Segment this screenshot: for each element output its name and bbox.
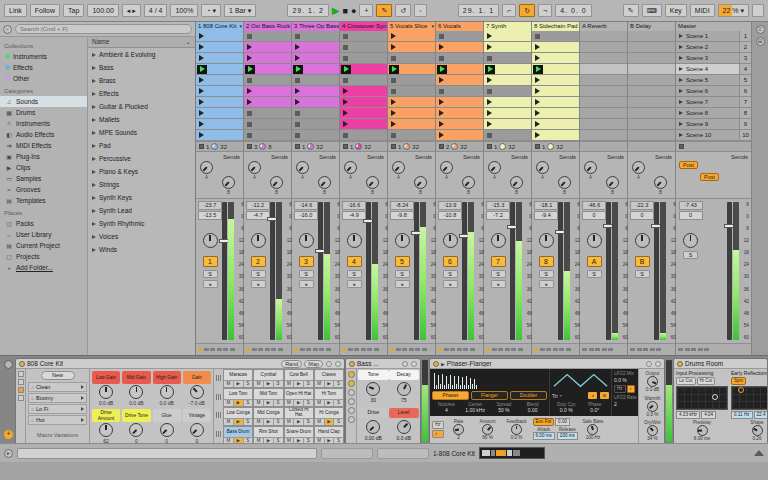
clip-slot[interactable] [628,86,675,97]
map-button[interactable]: Map [304,360,323,368]
status-button-1[interactable] [321,448,373,459]
scene-scene-2[interactable]: Scene 22 [676,42,751,53]
input-xy-pad[interactable] [676,386,728,410]
collection-other[interactable]: Other [0,73,87,84]
mode-doubler[interactable]: Doubler [510,391,547,400]
mode-flanger[interactable]: Flanger [471,391,508,400]
volume-value[interactable]: -9.8 [390,211,414,220]
folder-brass[interactable]: Brass [88,74,195,87]
volume-fader[interactable] [558,202,563,340]
loop-start-display[interactable]: 29. 1. 1 [458,4,499,17]
send-a-knob[interactable] [440,161,453,174]
param-value[interactable]: 0.0 % [552,407,581,413]
solo-button[interactable]: S [683,251,698,259]
device-on-icon[interactable] [677,361,683,367]
rate-sync-button[interactable]: ♪ [432,430,444,438]
pan-knob[interactable] [347,233,362,248]
send-b-knob[interactable] [222,176,235,189]
clip-slot[interactable] [436,97,483,108]
knob-value[interactable]: 0.26 [753,436,762,441]
send-a-knob[interactable] [488,161,501,174]
pad-solo-button[interactable]: S [274,419,283,425]
category-drums[interactable]: ▦Drums [0,107,87,118]
peak-level-value[interactable]: -11.2 [246,201,270,210]
track-activator[interactable]: 6 [443,256,458,267]
send-b-knob[interactable] [366,176,379,189]
scene-scene-7[interactable]: Scene 77 [676,97,751,108]
pad-mute-button[interactable]: M [315,381,325,387]
knob-warmth[interactable] [647,401,658,412]
punch-out-button[interactable]: ¬ [538,4,552,17]
clip-slot[interactable] [436,31,483,42]
category-instruments[interactable]: ⌗Instruments [0,118,87,129]
macro-knob[interactable] [99,385,113,399]
hotswap-icon[interactable] [646,361,652,367]
pad-maracas[interactable]: MaracasM▶S [223,369,253,388]
pan-knob[interactable] [635,233,650,248]
folder-pad[interactable]: Pad [88,139,195,152]
clip-slot[interactable] [244,42,291,53]
category-grooves[interactable]: ≈Grooves [0,184,87,195]
pan-knob[interactable] [299,233,314,248]
clip-slot[interactable] [580,108,627,119]
category-midi-effects[interactable]: ⇉MIDI Effects [0,140,87,151]
clip-slot[interactable] [292,130,339,141]
variation-clean[interactable]: ⌂Clean [28,382,87,392]
collection-effects[interactable]: Effects [0,62,87,73]
knob-amount[interactable] [482,424,493,435]
clip-slot[interactable] [532,130,579,141]
clip-slot[interactable] [628,108,675,119]
pad-play-button[interactable]: ▶ [325,400,335,406]
clip-slot[interactable] [340,97,387,108]
solo-button[interactable]: S [587,270,602,278]
clip-slot[interactable] [388,42,435,53]
category-clips[interactable]: ▶Clips [0,162,87,173]
clip-slot[interactable] [196,42,243,53]
knob-value[interactable]: 66 % [482,435,492,440]
place-projects[interactable]: ▢Projects [0,251,87,262]
scene-scene-5[interactable]: Scene 55 [676,75,751,86]
knob-value[interactable]: 0.00 dB [365,435,382,441]
pad-solo-button[interactable]: S [304,419,313,425]
volume-value[interactable]: -9.4 [534,211,558,220]
clip-slot[interactable] [292,31,339,42]
clip-slot[interactable] [532,75,579,86]
clip-slot[interactable] [484,108,531,119]
hi-cut-button[interactable]: Hi Cut [697,377,716,385]
clip-slot[interactable] [484,130,531,141]
macro-value[interactable]: -7.0 dB [189,400,205,406]
automation-arm-button[interactable]: ✎ [376,4,392,17]
spin-amount-value[interactable]: 22.4 [754,411,768,419]
rack-toggle-icon[interactable] [18,387,24,393]
pad-play-button[interactable]: ▶ [264,419,274,425]
macro-value[interactable]: 0.0 dB [159,400,173,406]
clip-slot[interactable] [340,31,387,42]
pad-solo-button[interactable]: S [274,381,283,387]
clip-slot[interactable] [436,130,483,141]
lfo2-rate-value[interactable]: 2 [614,401,636,407]
pad-mute-button[interactable]: M [285,400,295,406]
clip-slot[interactable] [244,64,291,75]
arm-button[interactable]: ● [251,280,266,288]
pad-solo-button[interactable]: S [304,381,313,387]
volume-value[interactable]: 0 [679,211,703,220]
knob-value[interactable]: 0.0 dB [397,435,411,441]
clip-slot[interactable] [196,86,243,97]
rack-toggle-icon[interactable] [18,395,24,401]
pad-rim-shot[interactable]: Rim ShotM▶S [253,426,283,443]
folder-guitar-plucked[interactable]: Guitar & Plucked [88,100,195,113]
solo-button[interactable]: S [251,270,266,278]
clip-slot[interactable] [292,86,339,97]
pad-play-button[interactable]: ▶ [234,381,244,387]
knob-value[interactable]: 34 % [647,436,657,441]
pan-knob[interactable] [539,233,554,248]
volume-value[interactable]: 0 [630,211,654,220]
macro-knob[interactable] [160,385,174,399]
rack-toggle-icon[interactable] [18,371,24,377]
clip-slot[interactable] [484,75,531,86]
clip-overview-display[interactable] [479,447,545,459]
clip-slot[interactable] [244,119,291,130]
pad-snare-drum[interactable]: Snare DrumM▶S [284,426,314,443]
pad-play-button[interactable]: ▶ [264,381,274,387]
status-button-2[interactable] [377,448,429,459]
